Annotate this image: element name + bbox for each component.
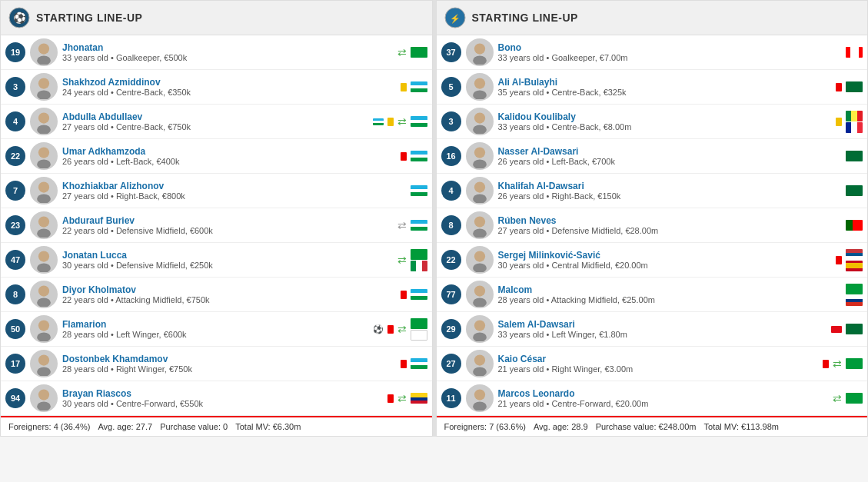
player-icons xyxy=(835,118,843,126)
svg-point-6 xyxy=(38,112,49,123)
svg-point-36 xyxy=(474,216,484,227)
player-name[interactable]: Diyor Kholmatov xyxy=(62,284,400,295)
player-photo xyxy=(30,246,58,274)
svg-point-20 xyxy=(38,354,49,365)
flag-ru xyxy=(846,295,863,306)
player-name[interactable]: Malcom xyxy=(498,284,843,295)
player-icons: ⇄ xyxy=(397,254,407,266)
team2-purchase: Purchase value: €248.00m xyxy=(596,422,697,431)
svg-point-7 xyxy=(37,125,51,134)
player-info: Kalidou Koulibaly 33 years old • Centre-… xyxy=(498,111,836,131)
flag-br xyxy=(846,393,863,404)
player-number: 19 xyxy=(5,42,25,62)
player-photo xyxy=(30,350,58,377)
player-detail: 26 years old • Left-Back, €700k xyxy=(498,157,843,166)
player-name[interactable]: Sergej Milinković-Savić xyxy=(498,250,836,261)
player-flags xyxy=(846,81,863,92)
player-row: 4 Khalifah Al-Dawsari 26 years old • Rig… xyxy=(437,174,868,208)
player-name[interactable]: Jhonatan xyxy=(62,42,397,53)
uz-flag-small xyxy=(373,118,384,125)
player-detail: 28 years old • Right Winger, €750k xyxy=(62,364,400,374)
player-flags xyxy=(411,81,427,92)
player-detail: 28 years old • Left Winger, €600k xyxy=(62,330,372,339)
svg-point-43 xyxy=(473,332,487,341)
player-detail: 27 years old • Centre-Back, €750k xyxy=(62,122,372,131)
player-number: 5 xyxy=(441,77,461,97)
team2-title: STARTING LINE-UP xyxy=(472,12,578,24)
player-name[interactable]: Khozhiakbar Alizhonov xyxy=(62,181,407,191)
player-photo xyxy=(466,38,494,66)
player-number: 94 xyxy=(5,388,25,408)
player-name[interactable]: Brayan Riascos xyxy=(62,388,387,399)
player-number: 3 xyxy=(5,77,25,97)
turkey-flag-small xyxy=(831,326,842,333)
svg-point-13 xyxy=(37,228,51,238)
player-flags xyxy=(846,220,863,231)
player-name[interactable]: Salem Al-Dawsari xyxy=(498,319,831,330)
player-row: 8 Diyor Kholmatov 22 years old • Attacki… xyxy=(1,278,432,312)
flag-uz xyxy=(411,151,427,161)
svg-point-33 xyxy=(473,159,487,168)
player-row: 22 Umar Adkhamzoda 26 years old • Left-B… xyxy=(1,139,432,174)
player-detail: 26 years old • Right-Back, €150k xyxy=(498,191,843,201)
flag-pt xyxy=(846,220,863,231)
flag-uz xyxy=(411,185,427,196)
player-name[interactable]: Jonatan Lucca xyxy=(62,250,397,261)
main-container: ⚽ STARTING LINE-UP 19 Jhonatan 33 years … xyxy=(0,0,868,437)
player-icons: ⇄ xyxy=(822,357,843,370)
player-detail: 27 years old • Defensive Midfield, €28.0… xyxy=(498,226,843,235)
svg-point-29 xyxy=(473,90,487,99)
player-number: 77 xyxy=(441,284,461,304)
player-name[interactable]: Shakhzod Azmiddinov xyxy=(62,77,400,88)
player-number: 29 xyxy=(441,319,461,339)
team1-title: STARTING LINE-UP xyxy=(36,12,142,24)
substitution-icon: ⇄ xyxy=(397,46,407,58)
player-name[interactable]: Kaio César xyxy=(498,354,823,364)
player-photo xyxy=(30,38,58,66)
player-info: Dostonbek Khamdamov 28 years old • Right… xyxy=(62,354,400,374)
player-name[interactable]: Ali Al-Bulayhi xyxy=(498,77,836,88)
svg-point-10 xyxy=(38,181,49,192)
svg-point-44 xyxy=(474,354,484,365)
red-card-icon xyxy=(401,360,407,368)
player-info: Khozhiakbar Alizhonov 27 years old • Rig… xyxy=(62,181,407,201)
player-flags xyxy=(846,324,863,334)
flag-sn xyxy=(846,111,863,121)
player-name[interactable]: Rúben Neves xyxy=(498,215,843,226)
player-icons xyxy=(400,360,407,368)
player-name[interactable]: Abdurauf Buriev xyxy=(62,215,397,226)
player-photo xyxy=(466,246,494,274)
player-name[interactable]: Kalidou Koulibaly xyxy=(498,111,836,122)
player-icons: ⇄ xyxy=(397,219,407,231)
svg-point-14 xyxy=(38,251,49,261)
player-number: 22 xyxy=(441,250,461,270)
player-name[interactable]: Flamarion xyxy=(62,319,372,330)
svg-text:⚡: ⚡ xyxy=(450,13,461,24)
player-name[interactable]: Abdulla Abdullaev xyxy=(62,111,372,122)
player-number: 27 xyxy=(441,354,461,374)
player-info: Brayan Riascos 30 years old • Centre-For… xyxy=(62,388,387,408)
player-name[interactable]: Bono xyxy=(498,42,843,53)
player-row: 16 Nasser Al-Dawsari 26 years old • Left… xyxy=(437,139,868,174)
svg-point-39 xyxy=(473,263,487,272)
player-name[interactable]: Nasser Al-Dawsari xyxy=(498,146,843,157)
flag-it xyxy=(411,261,427,271)
player-info: Malcom 28 years old • Attacking Midfield… xyxy=(498,284,843,304)
player-name[interactable]: Khalifah Al-Dawsari xyxy=(498,181,843,191)
flag-br xyxy=(411,318,427,329)
svg-point-2 xyxy=(38,43,49,54)
player-name[interactable]: Umar Adkhamzoda xyxy=(62,146,400,157)
player-number: 8 xyxy=(5,284,25,304)
player-flags xyxy=(846,393,863,404)
player-row: 77 Malcom 28 years old • Attacking Midfi… xyxy=(437,278,868,312)
substitution-icon: ⇄ xyxy=(833,357,842,370)
player-detail: 27 years old • Right-Back, €800k xyxy=(62,191,407,201)
flag-fr xyxy=(846,122,863,133)
player-name[interactable]: Marcos Leonardo xyxy=(498,388,833,399)
yellow-card-icon xyxy=(401,83,407,91)
team2-player-list: 37 Bono 33 years old • Goalkeeper, €7.00… xyxy=(437,35,868,416)
player-number: 11 xyxy=(441,388,461,408)
player-name[interactable]: Dostonbek Khamdamov xyxy=(62,354,400,364)
svg-point-34 xyxy=(474,181,484,192)
player-photo xyxy=(30,177,58,204)
